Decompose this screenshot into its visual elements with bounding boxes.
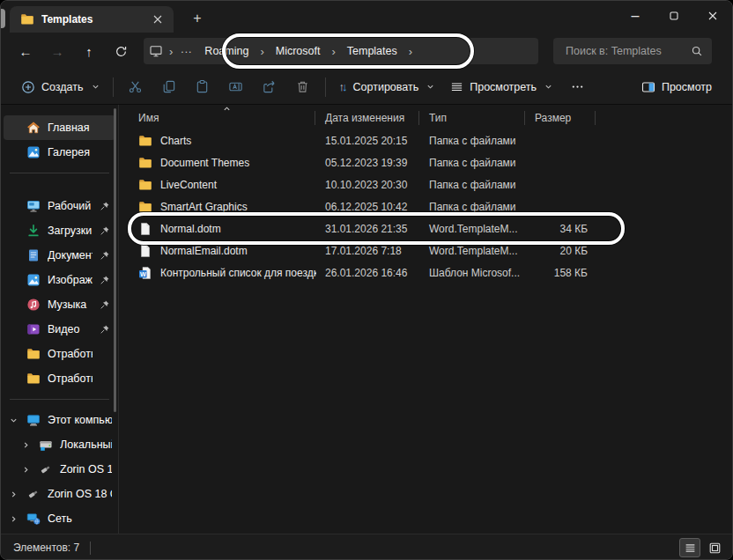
folder-icon xyxy=(138,178,152,192)
tree-chevron-icon[interactable] xyxy=(7,512,19,525)
sidebar-scrollbar[interactable] xyxy=(114,108,116,412)
usb-icon xyxy=(26,487,41,501)
minimize-button[interactable]: – xyxy=(616,1,655,31)
file-size: 158 КБ xyxy=(526,267,596,279)
tree-chevron-icon[interactable] xyxy=(19,463,32,475)
tree-chevron-icon[interactable] xyxy=(19,438,32,451)
sidebar-item[interactable]: Документы xyxy=(4,243,115,268)
column-header-date[interactable]: Дата изменения xyxy=(316,107,420,129)
sidebar-item[interactable]: Отработка xyxy=(4,366,115,391)
breadcrumb-item[interactable]: Roaming xyxy=(197,41,255,61)
table-row[interactable]: LiveContent 10.10.2023 20:30 Папка с фай… xyxy=(130,173,732,195)
sidebar-tree-item[interactable]: Zorin OS 18 Cc xyxy=(4,457,115,482)
explorer-tab[interactable]: Templates xyxy=(10,6,174,33)
search-input[interactable]: Поиск в: Templates xyxy=(566,45,691,57)
sidebar-tree-item[interactable]: Zorin OS 18 Cor xyxy=(4,482,115,506)
adjacent-tab-sliver xyxy=(1,9,5,28)
sidebar-item[interactable]: Главная xyxy=(4,115,115,140)
music-icon xyxy=(26,298,41,312)
chevron-down-icon xyxy=(426,83,434,91)
maximize-button[interactable] xyxy=(655,1,693,31)
forward-button[interactable]: → xyxy=(43,38,71,64)
breadcrumb-separator-icon: › xyxy=(255,45,268,58)
up-button[interactable]: ↑ xyxy=(75,38,103,64)
pin-icon xyxy=(100,225,110,236)
toolbar-divider xyxy=(325,77,326,97)
table-row[interactable]: Normal.dotm 31.01.2026 21:35 Word.Templa… xyxy=(130,217,732,239)
file-name: SmartArt Graphics xyxy=(160,201,248,213)
home-icon xyxy=(26,121,41,135)
new-tab-button[interactable]: + xyxy=(186,7,209,30)
file-type: Word.TemplateM... xyxy=(420,245,526,257)
sidebar-item[interactable]: Музыка xyxy=(4,292,115,317)
file-type: Папка с файлами xyxy=(420,157,526,169)
file-type: Word.TemplateM... xyxy=(420,223,526,235)
file-date: 05.12.2023 19:39 xyxy=(316,157,420,169)
view-button[interactable]: Просмотреть xyxy=(442,75,560,99)
column-header-size[interactable]: Размер xyxy=(526,107,596,129)
disk-icon xyxy=(39,438,53,452)
table-row[interactable]: NormalEmail.dotm 17.01.2026 7:18 Word.Te… xyxy=(130,239,732,262)
file-type: Папка с файлами xyxy=(420,179,526,191)
breadcrumb-item[interactable]: Microsoft xyxy=(269,41,328,61)
large-icons-view-button[interactable] xyxy=(704,538,725,557)
breadcrumb-item[interactable]: Templates xyxy=(340,41,404,61)
sidebar-item[interactable]: Видео xyxy=(4,317,115,342)
table-row[interactable]: SmartArt Graphics 06.12.2025 10:42 Папка… xyxy=(130,195,732,217)
folder-icon xyxy=(138,156,152,170)
sidebar-item[interactable]: Рабочий сто xyxy=(4,194,115,218)
tree-chevron-icon[interactable] xyxy=(7,414,19,426)
table-row[interactable]: W Контрольный список для поездки с со...… xyxy=(130,262,732,284)
sidebar-tree-item[interactable]: Сеть xyxy=(4,506,115,531)
file-explorer-window: Templates + – ← → ↑ › ... xyxy=(0,0,733,560)
preview-button[interactable]: Просмотр xyxy=(633,75,720,99)
table-row[interactable]: Charts 15.01.2025 20:15 Папка с файлами xyxy=(130,129,732,151)
sidebar-tree-item[interactable]: Этот компьюте xyxy=(4,408,115,432)
sidebar-item[interactable]: Изображени xyxy=(4,268,115,292)
details-view-button[interactable] xyxy=(679,538,700,557)
navigation-pane: Главная Галерея Рабочий сто xyxy=(1,105,119,534)
table-row[interactable]: Document Themes 05.12.2023 19:39 Папка с… xyxy=(130,151,732,173)
rename-button[interactable] xyxy=(219,74,253,100)
new-button[interactable]: Создать xyxy=(13,75,107,99)
sidebar-item[interactable]: Галерея xyxy=(4,140,115,165)
sort-button[interactable]: ↑↓ Сортировать xyxy=(331,75,443,99)
back-button[interactable]: ← xyxy=(11,38,40,64)
close-button[interactable] xyxy=(693,1,732,31)
svg-text:W: W xyxy=(140,269,146,277)
address-bar[interactable]: › ... Roaming › Microsoft › Templates › xyxy=(144,38,538,64)
gallery-icon xyxy=(26,145,41,159)
breadcrumb: Roaming › Microsoft › Templates › xyxy=(197,41,417,61)
sidebar-item[interactable]: Загрузки xyxy=(4,218,115,243)
sidebar-tree-item[interactable]: Локальный ди xyxy=(4,432,115,457)
breadcrumb-separator-icon: › xyxy=(404,45,417,58)
address-chevron-icon[interactable]: › xyxy=(163,45,179,58)
file-list-pane: Имя Дата изменения Тип Размер Charts 15.… xyxy=(119,105,732,534)
share-button[interactable] xyxy=(253,74,286,100)
search-box[interactable]: Поиск в: Templates xyxy=(553,38,712,64)
file-type: Шаблон Microsof... xyxy=(420,267,526,279)
sidebar-divider xyxy=(10,399,109,400)
sidebar-item[interactable]: Отработка xyxy=(4,342,115,366)
pictures-icon xyxy=(26,273,41,287)
refresh-button[interactable] xyxy=(107,38,135,64)
documents-icon xyxy=(26,248,41,262)
tree-chevron-icon[interactable] xyxy=(7,488,19,500)
window-controls: – xyxy=(616,1,732,31)
more-button[interactable] xyxy=(560,74,594,100)
copy-button[interactable] xyxy=(152,74,186,100)
file-name: Charts xyxy=(160,135,191,147)
paste-button[interactable] xyxy=(186,74,219,100)
tab-close-icon[interactable] xyxy=(149,11,167,28)
network-icon xyxy=(26,512,41,526)
cut-button[interactable] xyxy=(119,74,152,100)
title-bar: Templates + – xyxy=(1,1,732,33)
pin-icon xyxy=(100,275,110,285)
delete-button[interactable] xyxy=(286,74,320,100)
file-date: 31.01.2026 21:35 xyxy=(316,223,420,235)
column-header-name[interactable]: Имя xyxy=(130,107,316,129)
column-header-type[interactable]: Тип xyxy=(420,107,526,129)
folder-icon xyxy=(20,12,34,26)
file-name: Контрольный список для поездки с со... xyxy=(160,267,316,279)
address-ellipsis-button[interactable]: ... xyxy=(179,43,197,59)
